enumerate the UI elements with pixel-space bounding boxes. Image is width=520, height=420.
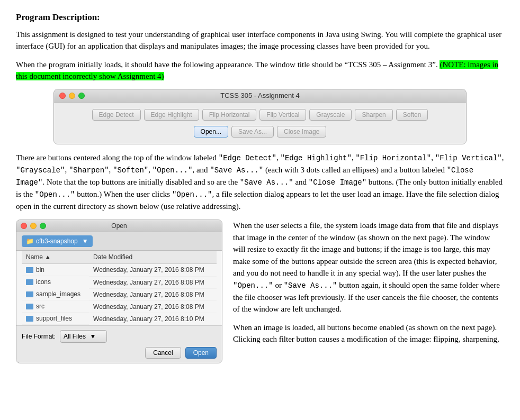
file-format-row: File Format: All Files ▼ bbox=[22, 330, 217, 343]
file-table-body: bin Wednesday, January 27, 2016 8:08 PM … bbox=[22, 264, 217, 325]
file-dialog-footer: File Format: All Files ▼ Cancel Open bbox=[16, 325, 222, 363]
para1: This assignment is designed to test your… bbox=[16, 29, 504, 52]
action-button-row: Open... Save As... Close Image bbox=[59, 126, 461, 138]
file-dialog-title: Open bbox=[111, 221, 127, 231]
file-table-header: Name ▲ Date Modified bbox=[22, 251, 217, 264]
save-as-button[interactable]: Save As... bbox=[231, 126, 274, 138]
fd-minimize-dot[interactable] bbox=[30, 223, 37, 229]
window-traffic-lights bbox=[59, 93, 85, 99]
file-label-bin: bin bbox=[36, 265, 44, 275]
close-image-button[interactable]: Close Image bbox=[277, 126, 326, 138]
file-date-sample: Wednesday, January 27, 2016 8:08 PM bbox=[89, 288, 217, 300]
col-name: Name ▲ bbox=[22, 251, 89, 264]
two-col-section: Open 📁 cfb3-snapshop ▼ Name ▲ Date Modif… bbox=[16, 220, 504, 363]
close-dot[interactable] bbox=[59, 93, 66, 99]
folder-icon-icons bbox=[26, 279, 33, 285]
file-name-support: support_files bbox=[22, 313, 89, 325]
window-body: Edge Detect Edge Highlight Flip Horizont… bbox=[54, 103, 466, 144]
right-mono-save: "Save As..." bbox=[284, 281, 337, 290]
app-window-mockup: TCSS 305 - Assignment 4 Edge Detect Edge… bbox=[53, 89, 467, 144]
mono-save-as-2: "Save As..." bbox=[240, 178, 293, 187]
mono-save-as: "Save As..." bbox=[210, 166, 263, 175]
flip-horizontal-button[interactable]: Flip Horizontal bbox=[202, 109, 257, 121]
file-row-icons[interactable]: icons Wednesday, January 27, 2016 8:08 P… bbox=[22, 276, 217, 288]
file-format-value: All Files bbox=[64, 333, 86, 340]
col-name-label: Name bbox=[26, 253, 43, 261]
dialog-open-button[interactable]: Open bbox=[185, 347, 217, 359]
window-titlebar: TCSS 305 - Assignment 4 bbox=[54, 89, 466, 103]
fd-zoom-dot[interactable] bbox=[40, 223, 46, 229]
soften-button[interactable]: Soften bbox=[396, 109, 428, 121]
mono-open-3: "Open..." bbox=[172, 190, 212, 199]
file-label-icons: icons bbox=[36, 277, 51, 287]
file-date-icons: Wednesday, January 27, 2016 8:08 PM bbox=[89, 276, 217, 288]
para3: There are buttons centered along the top… bbox=[16, 152, 504, 213]
mono-edge-detect: "Edge Detect" bbox=[219, 154, 276, 162]
mono-edge-highlight: "Edge Highlight" bbox=[281, 154, 352, 162]
window-title: TCSS 305 - Assignment 4 bbox=[220, 90, 300, 101]
file-dialog-dots bbox=[21, 223, 46, 229]
mono-open-2: "Open..." bbox=[35, 190, 75, 199]
sharpen-button[interactable]: Sharpen bbox=[355, 109, 392, 121]
mono-flip-vertical: "Flip Vertical" bbox=[435, 154, 502, 162]
folder-icon-sample bbox=[26, 291, 33, 297]
sort-arrow: ▲ bbox=[44, 253, 51, 261]
folder-name: cfb3-snapshop bbox=[36, 236, 78, 246]
cancel-button[interactable]: Cancel bbox=[145, 347, 181, 359]
mono-open: "Open..." bbox=[153, 166, 193, 175]
mono-soften: "Soften" bbox=[113, 166, 148, 175]
file-name-src: src bbox=[22, 300, 89, 313]
file-label-src: src bbox=[36, 302, 44, 311]
file-dialog-nav: 📁 cfb3-snapshop ▼ bbox=[16, 232, 222, 251]
folder-icon-support bbox=[26, 316, 33, 322]
right-mono-open: "Open..." bbox=[233, 281, 273, 290]
file-date-src: Wednesday, January 27, 2016 8:08 PM bbox=[89, 300, 217, 313]
minimize-dot[interactable] bbox=[69, 93, 75, 99]
folder-icon-bin bbox=[26, 267, 33, 273]
fd-close-dot[interactable] bbox=[21, 223, 27, 229]
folder-select[interactable]: 📁 cfb3-snapshop ▼ bbox=[22, 235, 93, 247]
file-date-support: Wednesday, January 27, 2016 8:10 PM bbox=[89, 313, 217, 325]
file-format-select[interactable]: All Files ▼ bbox=[60, 330, 107, 343]
file-name-bin: bin bbox=[22, 264, 89, 276]
flip-vertical-button[interactable]: Flip Vertical bbox=[259, 109, 306, 121]
file-name-icons: icons bbox=[22, 276, 89, 288]
file-row-src[interactable]: src Wednesday, January 27, 2016 8:08 PM bbox=[22, 300, 217, 313]
page-heading: Program Description: bbox=[16, 11, 504, 24]
mono-sharpen: "Sharpen" bbox=[69, 166, 109, 175]
file-label-sample: sample_images bbox=[36, 289, 80, 299]
folder-chevron: ▼ bbox=[82, 236, 88, 246]
file-date-bin: Wednesday, January 27, 2016 8:08 PM bbox=[89, 264, 217, 277]
folder-icon-src bbox=[26, 304, 33, 309]
open-button[interactable]: Open... bbox=[194, 126, 228, 138]
file-row-support[interactable]: support_files Wednesday, January 27, 201… bbox=[22, 313, 217, 325]
mono-close-image-2: "Close Image" bbox=[309, 178, 366, 187]
file-dialog-titlebar: Open bbox=[16, 220, 222, 232]
file-row-sample[interactable]: sample_images Wednesday, January 27, 201… bbox=[22, 288, 217, 300]
right-column: When the user selects a file, the system… bbox=[233, 220, 504, 363]
file-table: Name ▲ Date Modified bin Wednesday, Janu… bbox=[22, 251, 217, 325]
file-format-label: File Format: bbox=[22, 332, 56, 341]
para2: When the program initially loads, it sho… bbox=[16, 59, 504, 83]
dialog-action-buttons: Cancel Open bbox=[22, 347, 217, 359]
grayscale-button[interactable]: Grayscale bbox=[309, 109, 352, 121]
col-date: Date Modified bbox=[89, 251, 217, 264]
zoom-dot[interactable] bbox=[78, 93, 85, 99]
file-name-sample: sample_images bbox=[22, 288, 89, 300]
para2-before: When the program initially loads, it sho… bbox=[16, 60, 440, 69]
file-format-chevron: ▼ bbox=[89, 333, 96, 340]
file-list-area: Name ▲ Date Modified bin Wednesday, Janu… bbox=[16, 251, 222, 325]
file-dialog-mockup: Open 📁 cfb3-snapshop ▼ Name ▲ Date Modif… bbox=[16, 220, 222, 363]
file-row-bin[interactable]: bin Wednesday, January 27, 2016 8:08 PM bbox=[22, 264, 217, 277]
mono-flip-horizontal: "Flip Horizontal" bbox=[355, 154, 431, 162]
mono-grayscale: "Grayscale" bbox=[16, 166, 65, 175]
left-column: Open 📁 cfb3-snapshop ▼ Name ▲ Date Modif… bbox=[16, 220, 222, 363]
file-label-support: support_files bbox=[36, 314, 72, 323]
filter-button-row: Edge Detect Edge Highlight Flip Horizont… bbox=[59, 109, 461, 121]
edge-highlight-button[interactable]: Edge Highlight bbox=[144, 109, 199, 121]
right-para2: When an image is loaded, all buttons bec… bbox=[233, 322, 504, 345]
folder-icon: 📁 bbox=[26, 236, 34, 246]
right-para1: When the user selects a file, the system… bbox=[233, 220, 504, 315]
edge-detect-button[interactable]: Edge Detect bbox=[92, 109, 141, 121]
